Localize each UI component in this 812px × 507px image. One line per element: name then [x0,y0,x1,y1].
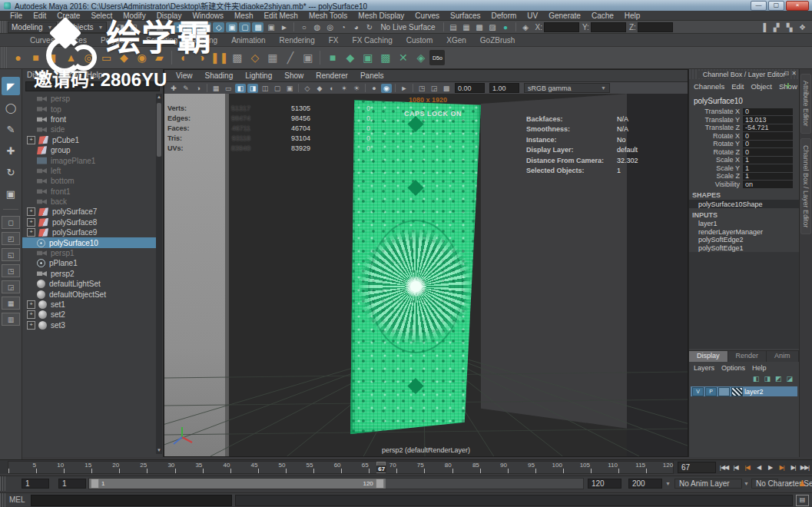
status-icon[interactable]: ▩ [474,22,486,32]
shelf-tab[interactable]: Animation [224,35,272,46]
shelf-icon[interactable] [320,51,320,65]
expand-toggle-icon[interactable]: + [27,207,35,216]
attribute-value-field[interactable]: 1 [743,173,793,181]
scroll-up-icon[interactable]: ▲ [156,94,162,101]
expand-toggle-icon[interactable]: + [27,136,35,144]
expand-toggle-icon[interactable] [27,291,34,298]
attribute-value-field[interactable]: 0 [743,148,793,156]
viewport-toolbar-icon[interactable]: ▢ [272,84,283,93]
expand-toggle-icon[interactable] [27,106,34,113]
status-icon[interactable]: ► [278,22,290,32]
outliner-item[interactable]: persp1 [22,248,156,258]
shelf-icon[interactable]: ■ [27,49,45,67]
viewport-toolbar-icon[interactable]: ◲ [429,84,439,93]
exposure-field[interactable]: 0.00 [455,83,485,93]
shelf-icon[interactable]: ◐ [175,49,193,67]
expand-toggle-icon[interactable] [27,95,34,102]
outliner-scrollbar[interactable]: ▲ ▼ [156,94,162,454]
sidebar-vertical-tab[interactable]: Channel Box / Layer Editor [800,138,811,235]
outliner-item[interactable]: + set2 [22,310,156,320]
shelf-tab[interactable]: Sculpting [139,35,184,46]
shelf-tab[interactable]: XGen [439,35,473,46]
layer-editor-menu-item[interactable]: Help [752,364,767,372]
attribute-value-field[interactable]: on [743,181,793,188]
tool-button[interactable]: ◤ [2,77,20,95]
attribute-value-field[interactable]: 1 [743,164,793,172]
expand-toggle-icon[interactable] [27,116,34,123]
channel-box-menu-item[interactable]: Object [751,82,772,91]
shelf-icon[interactable]: ◈ [412,49,429,67]
toolbar-grip[interactable] [0,21,5,33]
outliner-item[interactable]: pPlane1 [22,258,156,268]
layout-shortcut-button[interactable]: ◰ [2,232,20,245]
playback-button[interactable]: ▶| [787,462,799,472]
maximize-button[interactable]: ▢ [768,1,784,11]
animation-start-field[interactable]: 1 [22,479,49,489]
expand-toggle-icon[interactable] [27,188,34,195]
layer-display-type-toggle[interactable] [718,387,730,396]
outliner-item[interactable]: imagePlane1 [22,155,156,165]
shelf-icon[interactable]: ▦ [263,49,281,67]
status-icon[interactable]: ◠ [187,22,198,32]
status-icon[interactable]: ▦ [461,22,472,32]
status-icon[interactable]: ◆ [200,22,211,32]
attribute-name[interactable]: Translate Z [689,124,743,131]
pin-icon[interactable]: ⊡ [784,70,790,77]
playback-button[interactable]: |◀ [730,462,741,472]
view-transform-dropdown[interactable]: sRGB gamma ▼ [524,83,610,93]
viewport-toolbar-icon[interactable] [413,84,413,92]
viewport-toolbar-icon[interactable]: ▦ [210,84,221,93]
attribute-name[interactable]: Rotate X [689,132,743,140]
layer-editor-menu-item[interactable]: Options [721,364,745,372]
shelf-icon[interactable]: ◑ [193,49,210,67]
timeline-tick[interactable]: 115 [618,462,645,469]
new-layer-icon[interactable]: ◩ [775,375,782,383]
new-layer-icon[interactable]: ◧ [753,375,760,383]
viewport-toolbar-icon[interactable]: ▣ [284,84,295,93]
status-icon[interactable]: ▣ [265,22,277,32]
attribute-value-field[interactable]: 13.013 [743,116,793,124]
sidebar-toggle-icon[interactable]: ▞ [771,22,782,32]
menu-item[interactable]: Mesh Display [353,12,409,20]
timeline-tick[interactable]: 20 [91,462,119,469]
attribute-value-field[interactable]: 1 [743,157,793,164]
viewport-menu-item[interactable]: Shading [200,71,239,80]
viewport-toolbar-icon[interactable]: ◐ [326,84,337,93]
playback-button[interactable]: |◀◀ [718,462,730,472]
outliner-item[interactable]: left [22,166,156,176]
input-node-item[interactable]: renderLayerManager [689,228,799,237]
outliner-item[interactable]: back [22,197,156,207]
playback-range-bar[interactable]: 1 120 [89,479,386,489]
expand-toggle-icon[interactable] [27,250,34,257]
viewport-menu-item[interactable]: Show [279,71,309,80]
auto-keyframe-icon[interactable]: ◔ [787,479,792,488]
input-node-item[interactable]: polySoftEdge1 [689,244,799,253]
expand-toggle-icon[interactable] [27,167,34,174]
viewport-toolbar-icon[interactable]: ▭ [223,84,234,93]
menu-item[interactable]: Mesh Tools [303,12,353,20]
outliner-item[interactable]: persp [22,94,156,104]
attribute-value-field[interactable]: 0 [743,108,793,116]
scrollbar-thumb[interactable] [157,103,161,157]
playback-button[interactable]: ◀ [753,462,764,472]
viewport-toolbar-icon[interactable]: ✚ [168,84,179,93]
channel-box-menu-item[interactable]: Edit [731,82,744,91]
shelf-tab[interactable]: FX Caching [346,35,399,46]
outliner-item[interactable]: front [22,114,156,124]
status-icon[interactable]: ↻ [363,22,375,32]
shelf-icon[interactable]: ■ [323,49,341,67]
layer-editor-tab[interactable]: Display [689,351,728,362]
status-icon[interactable]: ◧ [128,22,139,32]
playback-end-field[interactable]: 120 [588,479,621,489]
expand-toggle-icon[interactable] [27,177,34,184]
viewport-toolbar-icon[interactable] [207,84,207,92]
menu-item[interactable]: Cache [586,12,619,20]
menu-item[interactable]: Curves [409,12,445,20]
status-icon[interactable]: ▨ [487,22,499,32]
attribute-name[interactable]: Translate X [689,108,743,115]
timeline-tick[interactable]: 50 [257,462,285,469]
status-icon[interactable]: ○ [298,22,310,32]
sidebar-toggle-icon[interactable]: ❖ [797,22,808,32]
title-bar[interactable]: Autodesk Maya 2016: C:\Users\Administrat… [0,0,812,11]
shelf-icon[interactable] [171,51,172,65]
